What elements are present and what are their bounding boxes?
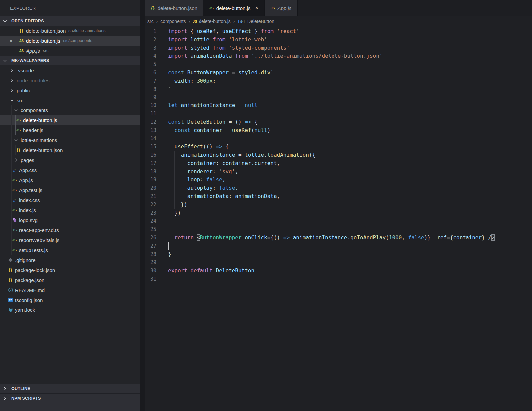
- breadcrumb-item-components[interactable]: components: [160, 19, 186, 24]
- code-line-12[interactable]: 12const DeleteButton = () => {: [145, 118, 532, 126]
- close-icon[interactable]: ×: [255, 5, 258, 11]
- tree-item-reportWebVitals.js[interactable]: JSreportWebVitals.js: [0, 235, 140, 245]
- indent-guide: [168, 151, 168, 159]
- code-line-13[interactable]: 13 const container = useRef(null): [145, 126, 532, 135]
- code-line-22[interactable]: 22 }): [145, 201, 532, 209]
- tree-item-.vscode[interactable]: .vscode: [0, 65, 140, 75]
- tree-item-label: components: [21, 107, 48, 113]
- code-line-25[interactable]: 25: [145, 225, 532, 234]
- tree-item-react-app-env.d.ts[interactable]: TSreact-app-env.d.ts: [0, 225, 140, 235]
- tree-item-components[interactable]: components: [0, 105, 140, 115]
- code-line-31[interactable]: 31: [145, 275, 532, 283]
- close-icon[interactable]: ×: [9, 38, 18, 44]
- tab-delete-button.json[interactable]: {}delete-button.json: [145, 0, 203, 16]
- tree-item-header.js[interactable]: JSheader.js: [0, 125, 140, 135]
- tree-item-index.js[interactable]: JSindex.js: [0, 205, 140, 215]
- tree-item-delete-button.js[interactable]: JSdelete-button.js: [0, 115, 140, 125]
- indent-guide: [181, 168, 181, 176]
- code-line-23[interactable]: 23 }): [145, 209, 532, 217]
- open-editor-name: App.js: [26, 48, 40, 54]
- code-line-7[interactable]: 7 width: 300px;: [145, 77, 532, 85]
- tree-item-label: lottie-animations: [21, 137, 57, 143]
- code-line-26[interactable]: 26 return <ButtonWrapper onClick={() => …: [145, 234, 532, 242]
- breadcrumb-item-delete-button.js[interactable]: JSdelete-button.js: [193, 19, 231, 24]
- open-editor-delete-button.json[interactable]: {}delete-button.jsonsrc/lottie-animation…: [0, 26, 140, 36]
- indent-guide-active: [15, 115, 16, 125]
- code-line-18[interactable]: 18 renderer: 'svg',: [145, 168, 532, 176]
- tree-item-yarn.lock[interactable]: yarn.lock: [0, 305, 140, 315]
- tree-item-delete-button.json[interactable]: {}delete-button.json: [0, 145, 140, 155]
- tree-item-setupTests.js[interactable]: JSsetupTests.js: [0, 245, 140, 255]
- indent-guide: [168, 134, 168, 143]
- code-line-3[interactable]: 3import styled from 'styled-components': [145, 44, 532, 52]
- tree-item-pages[interactable]: pages: [0, 155, 140, 165]
- breadcrumb-item-DeleteButton[interactable]: [⊘]DeleteButton: [238, 19, 274, 24]
- line-number: 10: [145, 102, 156, 110]
- open-editor-App.js[interactable]: JSApp.jssrc: [0, 46, 140, 56]
- code-line-5[interactable]: 5: [145, 60, 532, 69]
- tree-item-.gitignore[interactable]: .gitignore: [0, 255, 140, 265]
- workspace-header[interactable]: MK-WALLPAPERS: [0, 56, 140, 65]
- code-line-19[interactable]: 19 loop: false,: [145, 176, 532, 184]
- code-line-content: }): [168, 201, 187, 209]
- line-number: 17: [145, 159, 156, 168]
- indent-guide: [11, 125, 12, 135]
- tree-item-App.js[interactable]: JSApp.js: [0, 175, 140, 185]
- code-line-2[interactable]: 2import lottie from 'lottie-web': [145, 36, 532, 44]
- code-editor[interactable]: 1import { useRef, useEffect } from 'reac…: [145, 27, 532, 411]
- code-line-11[interactable]: 11: [145, 110, 532, 118]
- tree-item-README.md[interactable]: README.md: [0, 285, 140, 295]
- tree-item-logo.svg[interactable]: logo.svg: [0, 215, 140, 225]
- json-icon: {}: [7, 278, 14, 282]
- code-line-16[interactable]: 16 animationInstance = lottie.loadAnimat…: [145, 151, 532, 159]
- chevron-down-icon: [9, 98, 15, 103]
- code-line-21[interactable]: 21 animationData: animationData,: [145, 192, 532, 201]
- code-line-20[interactable]: 20 autoplay: false,: [145, 184, 532, 192]
- code-line-27[interactable]: 27: [145, 242, 532, 250]
- indent-guide: [11, 185, 12, 195]
- code-line-10[interactable]: 10let animationInstance = null: [145, 102, 532, 110]
- tree-item-label: header.js: [23, 127, 43, 133]
- tab-label: delete-button.json: [158, 5, 197, 11]
- code-line-17[interactable]: 17 container: container.current,: [145, 159, 532, 168]
- code-line-15[interactable]: 15 useEffect(() => {: [145, 143, 532, 151]
- tree-item-lottie-animations[interactable]: lottie-animations: [0, 135, 140, 145]
- section-label: NPM SCRIPTS: [11, 396, 41, 401]
- indent-guide: [11, 195, 12, 205]
- tree-item-tsconfig.json[interactable]: TStsconfig.json: [0, 295, 140, 305]
- code-line-30[interactable]: 30export default DeleteButton: [145, 267, 532, 275]
- section-outline[interactable]: OUTLINE: [0, 384, 140, 393]
- breadcrumb-item-src[interactable]: src: [147, 19, 154, 24]
- code-line-14[interactable]: 14: [145, 134, 532, 143]
- line-number: 25: [145, 225, 156, 234]
- line-number: 12: [145, 118, 156, 126]
- tree-item-label: package.json: [15, 277, 44, 283]
- code-line-9[interactable]: 9: [145, 93, 532, 102]
- tree-item-App.css[interactable]: #App.css: [0, 165, 140, 175]
- tree-item-App.test.js[interactable]: JSApp.test.js: [0, 185, 140, 195]
- code-line-8[interactable]: 8`: [145, 85, 532, 94]
- tree-item-src[interactable]: src: [0, 95, 140, 105]
- code-line-1[interactable]: 1import { useRef, useEffect } from 'reac…: [145, 27, 532, 36]
- indent-guide: [174, 176, 175, 184]
- tree-item-public[interactable]: public: [0, 85, 140, 95]
- section-npm-scripts[interactable]: NPM SCRIPTS: [0, 393, 140, 403]
- code-line-4[interactable]: 4import animationData from '../lottie-an…: [145, 52, 532, 60]
- tab-label: App.js: [278, 5, 292, 11]
- tab-App.js[interactable]: JSApp.js: [265, 0, 298, 16]
- code-line-6[interactable]: 6const ButtonWrapper = styled.div`: [145, 69, 532, 77]
- code-line-content: import animationData from '../lottie-ani…: [168, 52, 382, 60]
- tree-item-index.css[interactable]: #index.css: [0, 195, 140, 205]
- code-line-28[interactable]: 28}: [145, 250, 532, 259]
- open-editor-delete-button.js[interactable]: ×JSdelete-button.jssrc/components: [0, 36, 140, 46]
- bottom-filler: [0, 403, 140, 411]
- tree-item-package.json[interactable]: {}package.json: [0, 275, 140, 285]
- code-line-29[interactable]: 29: [145, 258, 532, 267]
- tab-delete-button.js[interactable]: JSdelete-button.js×: [203, 0, 265, 16]
- indent-guide: [181, 192, 181, 201]
- tree-item-node_modules[interactable]: node_modules: [0, 75, 140, 85]
- open-editors-header[interactable]: OPEN EDITORS: [0, 16, 140, 26]
- code-line-24[interactable]: 24: [145, 217, 532, 225]
- line-number: 5: [145, 60, 156, 69]
- tree-item-package-lock.json[interactable]: {}package-lock.json: [0, 265, 140, 275]
